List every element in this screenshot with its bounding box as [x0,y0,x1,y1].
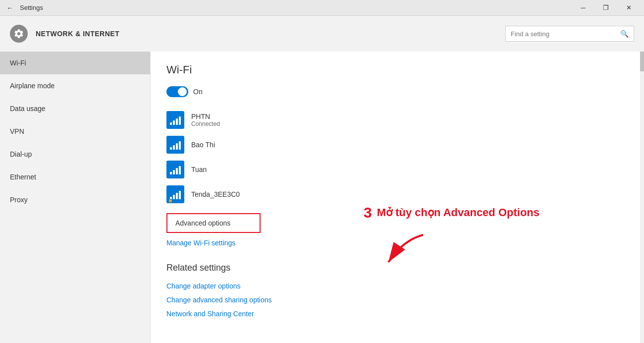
network-item-phtn[interactable]: PHTN Connected [166,109,624,131]
settings-header-left: NETWORK & INTERNET [10,25,119,43]
app-container: NETWORK & INTERNET 🔍 Wi-Fi Airplane mode… [0,16,644,343]
toggle-label: On [193,88,203,96]
network-item-tuan[interactable]: Tuan [166,159,624,180]
sidebar-item-ethernet[interactable]: Ethernet [0,166,150,188]
network-info-phtn: PHTN Connected [191,113,220,127]
related-link-sharing-center[interactable]: Network and Sharing Center [166,307,624,321]
sidebar-item-dialup[interactable]: Dial-up [0,143,150,166]
gear-icon [10,25,28,43]
advanced-options-button[interactable]: Advanced options [166,213,261,233]
wifi-icon-tuan [166,161,184,178]
maximize-button[interactable]: ❐ [594,0,617,16]
back-button[interactable]: ← [4,2,16,14]
titlebar-left: ← Settings [4,2,43,14]
network-info-tenda: Tenda_3EE3C0 [191,190,240,198]
titlebar: ← Settings ─ ❐ ✕ [0,0,644,16]
sidebar: Wi-Fi Airplane mode Data usage VPN Dial-… [0,52,151,343]
wifi-toggle-row: On [166,86,624,97]
window-controls: ─ ❐ ✕ [572,0,640,16]
network-info-tuan: Tuan [191,166,207,173]
wifi-icon-phtn [166,111,184,129]
sidebar-item-vpn[interactable]: VPN [0,120,150,143]
toggle-knob [178,87,187,96]
manage-wifi-link[interactable]: Manage Wi-Fi settings [166,235,624,251]
sidebar-item-proxy[interactable]: Proxy [0,188,150,211]
minimize-button[interactable]: ─ [572,0,594,16]
close-button[interactable]: ✕ [617,0,640,16]
scrollbar-thumb[interactable] [640,52,644,71]
search-box[interactable]: 🔍 [505,26,634,42]
window-title: Settings [20,4,43,11]
network-item-tenda[interactable]: 🔒 Tenda_3EE3C0 [166,183,624,205]
annotation-overlay: 3 Mở tùy chọn Advanced Options [364,204,539,221]
search-input[interactable] [511,30,616,38]
sidebar-item-data-usage[interactable]: Data usage [0,97,150,120]
sidebar-item-wifi[interactable]: Wi-Fi [0,52,150,74]
related-link-adapter[interactable]: Change adapter options [166,279,624,293]
related-settings-title: Related settings [166,263,624,273]
settings-header: NETWORK & INTERNET 🔍 [0,16,644,52]
scrollbar-track[interactable] [640,52,644,343]
page-title: Wi-Fi [166,63,624,76]
wifi-icon-tenda: 🔒 [166,185,184,203]
search-icon: 🔍 [620,30,629,38]
wifi-icon-baothi [166,136,184,154]
settings-title: NETWORK & INTERNET [36,30,119,38]
network-info-baothi: Bao Thi [191,141,215,149]
annotation-text: Mở tùy chọn Advanced Options [377,206,539,219]
content-area: Wi-Fi Airplane mode Data usage VPN Dial-… [0,52,644,343]
annotation-number: 3 [364,204,372,221]
related-link-sharing[interactable]: Change advanced sharing options [166,293,624,307]
network-item-baothi[interactable]: Bao Thi [166,134,624,156]
wifi-toggle[interactable] [166,86,188,97]
main-content: Wi-Fi On PHTN [151,52,640,343]
sidebar-item-airplane[interactable]: Airplane mode [0,74,150,97]
